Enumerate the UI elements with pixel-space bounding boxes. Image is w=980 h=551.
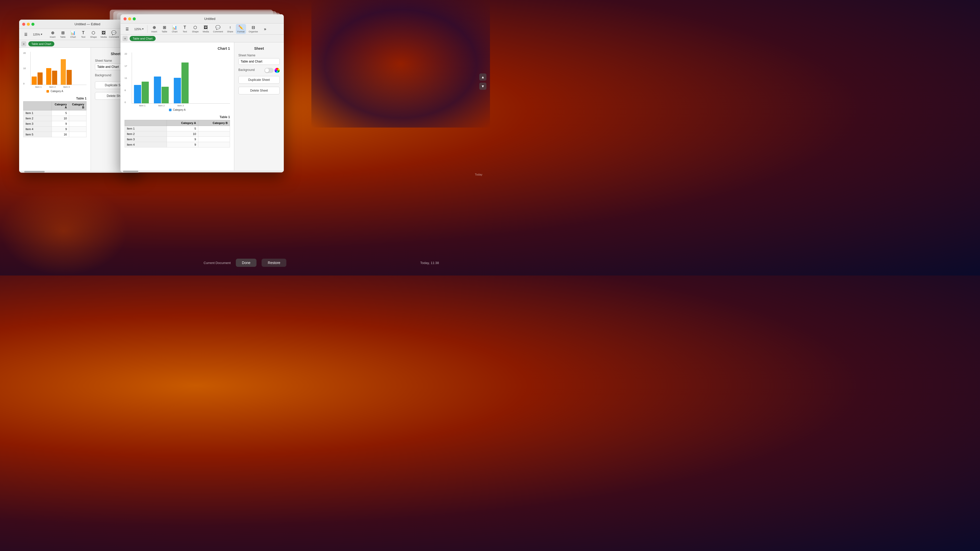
- maximize-button-right[interactable]: [133, 17, 136, 21]
- toolbar-share-btn-right[interactable]: ↑ Share: [226, 24, 235, 34]
- zoom-control[interactable]: 125% ▾: [32, 32, 44, 37]
- y-label-0-right: 0: [124, 101, 127, 103]
- row-val-1b: [69, 110, 86, 116]
- row-val-3a: 9: [52, 121, 69, 127]
- toolbar-shape-btn-right[interactable]: ⬡ Shape: [190, 24, 200, 34]
- legend-color-left: [46, 90, 49, 93]
- toolbar-table-btn-right[interactable]: ⊞ Table: [160, 24, 169, 34]
- row-r-label-4: Item 4: [125, 142, 167, 148]
- sidebar-icon-right: ☰: [126, 27, 129, 31]
- sheet-tab-left[interactable]: Table and Chart: [28, 41, 54, 46]
- bg-decoration-2: [311, 0, 490, 127]
- minimize-button-right[interactable]: [128, 17, 131, 21]
- background-color-right[interactable]: [275, 68, 280, 73]
- bars-container-right: [132, 52, 230, 103]
- table-row: Item 3 9: [125, 137, 230, 142]
- toolbar-comment-btn[interactable]: 💬 Comment: [109, 29, 118, 39]
- y-label-11: 11: [124, 77, 127, 79]
- right-window: Untitled ☰ 125% ▾ ⊕ Insert ⊞ Table 📊 Cha…: [121, 14, 284, 172]
- window-title-right: Untitled: [139, 17, 281, 21]
- row-val-2a: 10: [52, 116, 69, 121]
- nav-down-arrow[interactable]: ▼: [479, 83, 487, 90]
- table-icon: ⊞: [61, 30, 65, 35]
- comment-label-right: Comment: [213, 30, 223, 33]
- delete-sheet-button-right[interactable]: Delete Sheet: [239, 87, 280, 94]
- y-label-22: 22: [124, 52, 127, 55]
- x-label-item3-right: Item 3: [171, 104, 190, 107]
- toolbar-organise-btn-right[interactable]: ⊟ Organise: [247, 24, 259, 34]
- canvas-right: Chart 1 22 17 11 6 0: [121, 42, 234, 170]
- row-r-label-3: Item 3: [125, 137, 167, 142]
- toolbar-text-btn[interactable]: T Text: [79, 30, 88, 39]
- duplicate-sheet-button-right[interactable]: Duplicate Sheet: [239, 76, 280, 84]
- chart-label: Chart: [70, 36, 76, 38]
- add-sheet-button-left[interactable]: +: [21, 41, 26, 46]
- table-row: Item 1 5: [24, 110, 86, 116]
- close-button-right[interactable]: [124, 17, 127, 21]
- row-val-2b: [69, 116, 86, 121]
- insert-icon: ⊕: [51, 30, 54, 35]
- toolbar-insert-btn-right[interactable]: ⊕ Insert: [150, 24, 159, 34]
- media-label: Media: [100, 36, 107, 38]
- x-labels-left: Item 1 Item 2 Item 3: [32, 86, 86, 88]
- row-label-4: Item 4: [24, 127, 52, 132]
- minimize-button-left[interactable]: [27, 23, 30, 26]
- table-label: Table: [60, 36, 65, 38]
- toolbar-sidebar-btn[interactable]: ☰: [21, 32, 30, 38]
- col-header-empty-left: [24, 102, 52, 110]
- x-label-item2-left: Item 2: [45, 86, 59, 88]
- toolbar-comment-btn-right[interactable]: 💬 Comment: [212, 24, 224, 34]
- toggle-dot-right: [265, 68, 269, 73]
- add-sheet-button-right[interactable]: +: [123, 36, 127, 41]
- toolbar-chart-btn-right[interactable]: 📊 Chart: [170, 24, 179, 34]
- toolbar-shape-btn[interactable]: ⬡ Shape: [89, 29, 98, 39]
- table-header-row-right: Category A Category B: [125, 120, 230, 126]
- traffic-lights-right: [124, 17, 136, 21]
- chart-icon-right: 📊: [172, 25, 177, 30]
- sheet-name-input-right[interactable]: [239, 58, 280, 65]
- share-label-right: Share: [227, 30, 233, 33]
- row-label-3: Item 3: [24, 121, 52, 127]
- background-toggle-right[interactable]: [264, 68, 274, 73]
- bar-group-item1-right: [134, 82, 149, 103]
- restore-button[interactable]: Restore: [262, 259, 286, 267]
- toolbar-insert-btn[interactable]: ⊕ Insert: [48, 29, 57, 39]
- format-icon-right: ✏️: [239, 25, 243, 30]
- chart-legend-right: Category A: [124, 108, 230, 111]
- scrollbar-thumb-right[interactable]: [123, 171, 138, 172]
- toolbar-text-btn-right[interactable]: T Text: [180, 24, 189, 34]
- close-button-left[interactable]: [22, 23, 25, 26]
- sheet-tab-right[interactable]: Table and Chart: [130, 36, 156, 41]
- toolbar-more-btn-right[interactable]: »: [261, 26, 270, 32]
- legend-label-right: Category A: [173, 108, 186, 111]
- toolbar-chart-btn[interactable]: 📊 Chart: [68, 29, 78, 39]
- bar-group-item3b-left: [67, 70, 72, 85]
- traffic-lights-left: [22, 23, 35, 26]
- done-button[interactable]: Done: [236, 259, 256, 267]
- row-r-label-1: Item 1: [125, 126, 167, 131]
- zoom-control-right[interactable]: 125% ▾: [133, 26, 145, 32]
- col-header-b-left: Category B: [69, 102, 86, 110]
- scrollbar-thumb-left[interactable]: [24, 171, 45, 172]
- toolbar-table-btn[interactable]: ⊞ Table: [58, 29, 67, 39]
- background-label-right: Background: [239, 68, 255, 72]
- y-axis-right: 22 17 11 6 0: [124, 52, 127, 103]
- toolbar-format-btn-right[interactable]: ✏️ Format: [236, 24, 246, 34]
- zoom-label: 125%: [33, 33, 40, 36]
- toolbar-media-btn[interactable]: 🖼 Media: [99, 30, 108, 39]
- row-val-4b: [69, 127, 86, 132]
- shape-label-right: Shape: [192, 30, 199, 33]
- row-val-1a: 5: [52, 110, 69, 116]
- zoom-chevron: ▾: [41, 33, 42, 36]
- col-header-b-right: Category B: [198, 120, 230, 126]
- toolbar-sidebar-btn-right[interactable]: ☰: [123, 26, 132, 32]
- organise-icon-right: ⊟: [251, 25, 255, 30]
- maximize-button-left[interactable]: [32, 23, 35, 26]
- col-header-empty-right: [125, 120, 167, 126]
- toolbar-media-btn-right[interactable]: 🖼 Media: [201, 24, 210, 34]
- text-label: Text: [81, 36, 86, 38]
- chart-title-right: Chart 1: [124, 46, 230, 51]
- scrollbar-right[interactable]: [121, 170, 284, 172]
- y-axis-left: 20 10 0: [23, 52, 26, 85]
- nav-up-arrow[interactable]: ▲: [479, 73, 487, 81]
